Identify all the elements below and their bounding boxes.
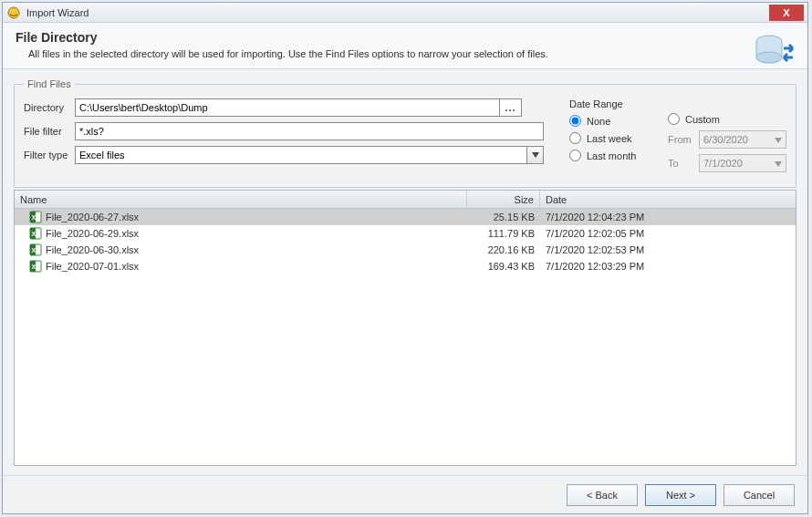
file-size: 169.43 KB	[467, 258, 540, 274]
file-filter-label: File filter	[24, 126, 75, 137]
file-list: Name Size Date XFile_2020-06-27.xlsx25.1…	[14, 190, 796, 466]
file-name: File_2020-07-01.xlsx	[46, 261, 139, 272]
file-filter-input[interactable]	[75, 122, 544, 140]
page-title: File Directory	[16, 30, 795, 45]
chevron-down-icon	[775, 158, 782, 169]
to-date-value: 7/1/2020	[703, 158, 743, 169]
wizard-footer: < Back Next > Cancel	[3, 475, 807, 513]
ellipsis-icon: ...	[505, 102, 515, 113]
close-icon: X	[783, 7, 789, 18]
app-icon	[6, 5, 21, 20]
filter-type-label: Filter type	[24, 150, 75, 160]
file-size: 25.15 KB	[467, 209, 540, 225]
browse-button[interactable]: ...	[500, 98, 522, 117]
close-button[interactable]: X	[769, 5, 804, 21]
date-range-custom-label: Custom	[685, 114, 720, 125]
file-date: 7/1/2020 12:03:29 PM	[540, 258, 796, 274]
svg-text:X: X	[32, 247, 36, 253]
chevron-down-icon	[532, 152, 539, 158]
svg-point-6	[756, 52, 782, 63]
file-size: 220.16 KB	[467, 242, 540, 258]
chevron-down-icon	[775, 134, 782, 145]
wizard-content: Find Files Directory ... File filter	[3, 69, 807, 475]
svg-point-0	[8, 7, 19, 18]
from-label: From	[668, 134, 695, 145]
date-range-lastmonth-label: Last month	[587, 150, 636, 161]
excel-file-icon: X	[29, 227, 42, 240]
file-name: File_2020-06-30.xlsx	[46, 244, 139, 255]
svg-point-4	[16, 11, 16, 12]
svg-point-3	[11, 11, 12, 12]
wizard-header: File Directory All files in the selected…	[3, 23, 807, 69]
to-label: To	[668, 158, 695, 169]
find-files-group: Find Files Directory ... File filter	[14, 78, 796, 188]
filter-type-dropdown[interactable]	[527, 146, 544, 164]
cancel-button[interactable]: Cancel	[724, 484, 795, 506]
excel-file-icon: X	[29, 243, 42, 256]
date-range-custom-radio[interactable]	[668, 113, 680, 125]
excel-file-icon: X	[29, 260, 42, 273]
database-icon	[751, 30, 795, 74]
column-header-name[interactable]: Name	[15, 191, 467, 208]
file-date: 7/1/2020 12:02:05 PM	[540, 225, 796, 242]
column-header-date[interactable]: Date	[540, 191, 796, 208]
excel-file-icon: X	[29, 211, 42, 223]
back-button[interactable]: < Back	[567, 484, 638, 506]
file-date: 7/1/2020 12:02:53 PM	[540, 242, 796, 258]
window-title: Import Wizard	[26, 7, 88, 18]
file-row[interactable]: XFile_2020-06-30.xlsx220.16 KB7/1/2020 1…	[15, 242, 796, 258]
file-row[interactable]: XFile_2020-06-27.xlsx25.15 KB7/1/2020 12…	[15, 209, 796, 225]
from-date-value: 6/30/2020	[703, 134, 748, 145]
titlebar: Import Wizard X	[3, 3, 807, 23]
file-list-header: Name Size Date	[15, 191, 796, 209]
file-list-body: XFile_2020-06-27.xlsx25.15 KB7/1/2020 12…	[15, 209, 796, 465]
file-row[interactable]: XFile_2020-07-01.xlsx169.43 KB7/1/2020 1…	[15, 258, 796, 274]
file-size: 111.79 KB	[467, 225, 540, 242]
directory-input[interactable]	[75, 98, 500, 117]
to-date-picker[interactable]: 7/1/2020	[699, 154, 786, 172]
file-row[interactable]: XFile_2020-06-29.xlsx111.79 KB7/1/2020 1…	[15, 225, 796, 242]
date-range-none-radio[interactable]	[569, 115, 581, 127]
find-files-legend: Find Files	[24, 78, 75, 89]
file-name: File_2020-06-29.xlsx	[46, 228, 139, 239]
svg-text:X: X	[32, 231, 36, 237]
page-subtitle: All files in the selected directory will…	[28, 48, 795, 59]
from-date-picker[interactable]: 6/30/2020	[699, 130, 786, 149]
date-range-lastweek-radio[interactable]	[569, 132, 581, 144]
import-wizard-window: Import Wizard X File Directory All files…	[2, 2, 808, 514]
date-range-none-label: None	[587, 116, 610, 127]
date-range-lastweek-label: Last week	[587, 133, 632, 144]
date-range-lastmonth-radio[interactable]	[569, 150, 581, 161]
filter-type-input[interactable]	[75, 146, 527, 164]
date-range-title: Date Range	[569, 98, 651, 109]
svg-text:X: X	[32, 264, 36, 270]
file-date: 7/1/2020 12:04:23 PM	[540, 209, 796, 225]
file-name: File_2020-06-27.xlsx	[46, 212, 139, 222]
directory-label: Directory	[24, 102, 75, 113]
next-button[interactable]: Next >	[645, 484, 716, 506]
svg-text:X: X	[32, 214, 36, 221]
column-header-size[interactable]: Size	[467, 191, 540, 208]
